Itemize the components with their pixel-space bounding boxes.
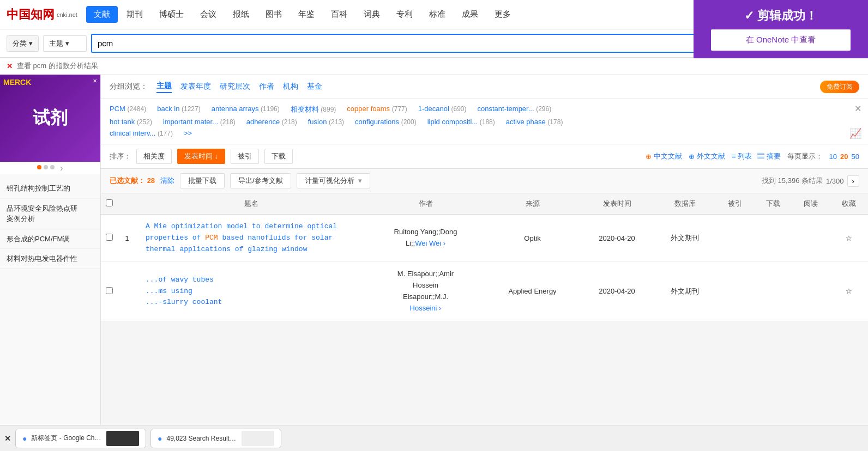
row2-author-link[interactable]: Hosseini <box>410 304 437 312</box>
th-title: 题名 <box>137 193 366 215</box>
check-icon: ✓ <box>744 9 754 22</box>
tag-copperfoams[interactable]: copper foams (777) <box>347 105 407 114</box>
row2-fav[interactable]: ☆ <box>830 262 868 321</box>
dot-3 <box>50 165 55 169</box>
cn-doc-btn[interactable]: ⊕ 中文文献 <box>646 151 682 161</box>
tag-antenna[interactable]: antenna arrays (1196) <box>212 105 280 114</box>
chevron-down-icon2: ▾ <box>65 39 69 47</box>
nav-tab-more[interactable]: 更多 <box>487 6 519 23</box>
en-doc-btn[interactable]: ⊕ 外文文献 <box>689 151 725 161</box>
close-tags-icon[interactable]: ✕ <box>854 103 861 114</box>
row2-title-link[interactable]: ...of wavy tubes ...ms using ...-slurry … <box>146 275 361 308</box>
tag-activephase[interactable]: active phase (178) <box>506 118 563 126</box>
summary-icon: ▤ <box>757 152 764 160</box>
tag-pcm[interactable]: PCM (2484) <box>110 105 146 114</box>
tag-hottank[interactable]: hot tank (252) <box>110 118 152 126</box>
sidebar-item-2[interactable]: 品环境安全风险热点研 案例分析 <box>0 199 100 229</box>
nav-tab-boshuo[interactable]: 博硕士 <box>152 6 191 23</box>
sort-relevance[interactable]: 相关度 <box>136 149 172 164</box>
search-category-dropdown[interactable]: 分类 ▾ <box>7 35 39 52</box>
group-tab-year[interactable]: 发表年度 <box>180 81 211 93</box>
tag-clinical[interactable]: clinical interv... (177) <box>110 129 173 137</box>
tag-adherence[interactable]: adherence (218) <box>246 118 297 126</box>
sidebar-item-1[interactable]: 铝孔结构控制工艺的 <box>0 179 100 199</box>
tag-fusion[interactable]: fusion (213) <box>308 118 344 126</box>
row1-title-link[interactable]: A Mie optimization model to determine op… <box>146 221 361 255</box>
nav-tab-huiyi[interactable]: 会议 <box>192 6 224 23</box>
row2-checkbox[interactable] <box>101 262 117 321</box>
sort-download[interactable]: 下载 <box>264 149 293 164</box>
close-icon[interactable]: ✕ <box>7 62 13 70</box>
chevron-right-icon[interactable]: › <box>60 165 63 171</box>
nav-tab-chengguo[interactable]: 成果 <box>454 6 486 23</box>
clear-btn[interactable]: 清除 <box>160 176 174 186</box>
taskbar-tab-1[interactable]: ● 新标签页 - Google Chrome <box>15 429 146 448</box>
group-tab-org[interactable]: 机构 <box>283 81 298 93</box>
topic-tags-row-2: hot tank (252) important mater... (218) … <box>110 118 859 126</box>
topic-tags-row-1: PCM (2484) back in (1227) antenna arrays… <box>110 105 859 114</box>
th-author: 作者 <box>366 193 485 215</box>
export-btn[interactable]: 导出/参考文献 <box>230 173 291 188</box>
row2-num <box>117 262 137 321</box>
logo-text: 中国知网 <box>7 7 55 23</box>
per-page-50[interactable]: 50 <box>852 153 859 161</box>
group-tab-level[interactable]: 研究层次 <box>220 81 250 93</box>
nav-tab-nianjian[interactable]: 年鉴 <box>291 6 322 23</box>
row1-fav[interactable]: ☆ <box>830 215 868 262</box>
chrome-icon-2: ● <box>158 434 162 443</box>
per-page-10[interactable]: 10 <box>829 153 837 161</box>
tag-important[interactable]: important mater... (218) <box>163 118 236 126</box>
nav-tab-wenxian[interactable]: 文献 <box>86 6 118 23</box>
ad-close[interactable]: ✕ <box>93 78 97 84</box>
ad-brand: MERCK <box>3 78 31 87</box>
onenote-button[interactable]: 在 OneNote 中查看 <box>711 29 851 51</box>
row1-source: Optik <box>485 215 580 262</box>
more-tags-btn[interactable]: >> <box>184 129 192 137</box>
nav-tab-biaozhun[interactable]: 标准 <box>421 6 453 23</box>
nav-tab-tushu[interactable]: 图书 <box>258 6 290 23</box>
viz-btn[interactable]: 计量可视化分析 ▾ <box>297 173 371 188</box>
tag-constant[interactable]: constant-temper... (296) <box>477 105 551 114</box>
nav-tab-qikan[interactable]: 期刊 <box>119 6 150 23</box>
tag-lipid[interactable]: lipid compositi... (188) <box>427 118 495 126</box>
tag-backin[interactable]: back in (1227) <box>157 105 201 114</box>
next-page-btn[interactable]: › <box>847 175 859 187</box>
left-sidebar: 试剂 ✕ MERCK › 铝孔结构控制工艺的 品环境安全风险热点研 案例分析 形… <box>0 75 101 451</box>
row1-author-link[interactable]: Wei Wei <box>415 239 441 247</box>
nav-tab-baike[interactable]: 百科 <box>323 6 355 23</box>
main-layout: 试剂 ✕ MERCK › 铝孔结构控制工艺的 品环境安全风险热点研 案例分析 形… <box>0 75 868 451</box>
sort-cited[interactable]: 被引 <box>231 149 259 164</box>
sort-label: 排序： <box>110 151 131 161</box>
taskbar-tab-2[interactable]: ● 49,023 Search Results - Key... <box>150 429 281 448</box>
select-all-checkbox[interactable] <box>106 199 113 206</box>
tag-configurations[interactable]: configurations (200) <box>355 118 417 126</box>
row2-more-icon[interactable]: › <box>439 304 441 312</box>
group-tab-fund[interactable]: 基金 <box>307 81 322 93</box>
row2-title: ...of wavy tubes ...ms using ...-slurry … <box>137 262 366 321</box>
row1-checkbox[interactable] <box>101 215 117 262</box>
free-subscribe-btn[interactable]: 免费订阅 <box>820 81 859 93</box>
sidebar-item-3[interactable]: 形合成的PCM/FM调 <box>0 229 100 249</box>
tag-biancai[interactable]: 相变材料 (899) <box>291 105 336 114</box>
ad-text: 试剂 <box>33 106 68 130</box>
view-list-btn[interactable]: ≡ 列表 ▤ 摘要 <box>732 151 780 161</box>
bulk-download-btn[interactable]: 批量下载 <box>180 173 225 188</box>
table-row: 1 A Mie optimization model to determine … <box>101 215 868 262</box>
search-type-dropdown[interactable]: 主题 ▾ <box>43 35 87 52</box>
group-tab-topic[interactable]: 主题 <box>156 80 172 93</box>
row1-dl <box>754 215 792 262</box>
nav-tab-baozhi[interactable]: 报纸 <box>225 6 257 23</box>
tag-decanol[interactable]: 1-decanol (690) <box>418 105 467 114</box>
row1-read <box>792 215 830 262</box>
th-fav: 收藏 <box>830 193 868 215</box>
taskbar-close-btn[interactable]: ✕ <box>4 434 11 443</box>
sidebar-item-4[interactable]: 材料对热电发电器件性 <box>0 249 100 269</box>
row1-more-icon[interactable]: › <box>443 239 445 247</box>
topic-tags-row-3: clinical interv... (177) >> <box>110 129 859 137</box>
sidebar-items: 铝孔结构控制工艺的 品环境安全风险热点研 案例分析 形合成的PCM/FM调 材料… <box>0 174 100 273</box>
per-page-20[interactable]: 20 <box>840 153 848 161</box>
nav-tab-zhuanli[interactable]: 专利 <box>389 6 420 23</box>
nav-tab-cidian[interactable]: 词典 <box>356 6 388 23</box>
sort-date[interactable]: 发表时间 ↓ <box>177 149 225 164</box>
group-tab-author[interactable]: 作者 <box>259 81 274 93</box>
